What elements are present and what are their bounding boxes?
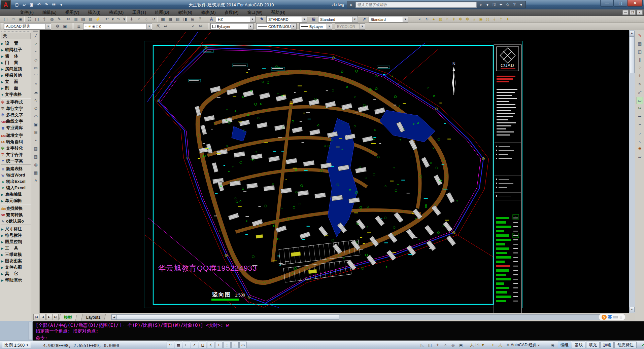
sidebar-item-10[interactable]: 字文字样式 (1, 99, 31, 106)
ducs-toggle[interactable]: ⊹ (223, 342, 231, 348)
key-icon[interactable]: ⚿ (491, 2, 498, 8)
layer-unlock-icon[interactable]: ◎ (484, 16, 491, 23)
stretch-icon[interactable]: ▭ (637, 97, 643, 104)
sidebar-item-11[interactable]: 字单行文字 (1, 106, 31, 112)
sidebar-item-2[interactable]: ▶轴网柱子 (1, 47, 31, 53)
tab-model[interactable]: 模型 (59, 314, 77, 321)
lineweight-drop-icon[interactable]: ▼ (327, 24, 332, 29)
layer-drop-icon[interactable]: ▼ (146, 24, 151, 29)
autocad-logo[interactable]: A (1, 0, 11, 9)
sogou-icon[interactable]: S (602, 315, 607, 320)
make-block-icon[interactable]: ⊞ (33, 129, 39, 137)
redo-icon[interactable]: ↷ (115, 16, 122, 23)
layer-towalk-icon[interactable]: ⇣ (490, 16, 498, 23)
drawing-canvas[interactable]: N华云旭教育QQ群195224933竖向图1:500CUAD (40, 30, 629, 313)
revcloud-icon[interactable]: ☁ (33, 89, 39, 96)
workspace-save-icon[interactable]: ▣ (61, 23, 69, 30)
layer-previous-icon[interactable]: ↩ (162, 23, 169, 30)
copy-clip-icon[interactable]: ▥ (72, 16, 79, 23)
rectangle-icon[interactable]: ▭ (33, 65, 39, 72)
sidebar-item-30[interactable]: ▶符号标注 (1, 232, 31, 239)
xline-icon[interactable]: ↗ (33, 40, 39, 48)
search-input[interactable] (355, 2, 477, 8)
zoom-previous-icon[interactable]: ↺ (150, 16, 158, 23)
menu-item-6[interactable]: 工具(T) (128, 9, 150, 16)
quickcalc-icon[interactable]: ⊞ (189, 16, 196, 23)
chevron-right-icon[interactable]: ▶ (1, 42, 4, 45)
zoom-icon[interactable]: ○ (442, 342, 449, 348)
sidebar-item-4[interactable]: ▶门 窗 (1, 60, 31, 66)
sidebar-item-6[interactable]: ▶楼梯其他 (1, 72, 31, 79)
showmotion-icon[interactable]: ▣ (457, 342, 465, 348)
chevron-right-icon[interactable]: ▶ (1, 48, 4, 52)
toolbar-lock-icon[interactable]: ◉ (549, 342, 556, 348)
menu-item-4[interactable]: 插入(I) (83, 9, 105, 16)
chevron-right-icon[interactable]: ▶ (1, 228, 4, 231)
sidebar-item-34[interactable]: ▶图块图案 (1, 258, 31, 264)
sidebar-item-23[interactable]: X读入Excel (1, 185, 31, 191)
menu-item-8[interactable]: 标注(N) (174, 9, 197, 16)
redo-icon[interactable]: ↷ (43, 2, 50, 8)
plot-icon[interactable]: ☷ (26, 16, 33, 23)
status-button-基线[interactable]: 基线 (572, 342, 585, 348)
annotation-auto-icon[interactable]: 人 (497, 342, 504, 348)
annotation-visibility-icon[interactable]: ✦ (489, 342, 497, 348)
status-button-编组[interactable]: 编组 (558, 342, 571, 348)
make-object-layer-current-icon[interactable]: ⇱ (155, 23, 162, 30)
sidebar-item-3[interactable]: ▶墙 体 (1, 53, 31, 60)
menu-item-5[interactable]: 格式(O) (105, 9, 128, 16)
layer-unisolate-icon[interactable]: ↻ (423, 16, 431, 23)
fillet-icon[interactable]: ◟ (637, 137, 643, 145)
line-icon[interactable]: ╱ (33, 32, 39, 40)
hatch-icon[interactable]: ▨ (33, 145, 39, 153)
search-icon[interactable]: ⌕ (477, 2, 484, 8)
favorites-star-icon[interactable]: ☆ (504, 2, 511, 8)
help2-icon[interactable]: ? (196, 16, 204, 23)
chevron-right-icon[interactable]: ▶ (1, 247, 4, 250)
panel-grip[interactable] (1, 31, 30, 32)
osnap3d-toggle[interactable]: ∡ (207, 342, 214, 348)
chevron-right-icon[interactable]: ▶ (1, 80, 4, 84)
help-icon[interactable]: ? (511, 2, 518, 8)
menu-item-1[interactable]: 文件(F) (15, 9, 38, 16)
chevron-right-icon[interactable]: ▶ (1, 55, 4, 58)
pan-icon[interactable]: ✛ (434, 342, 441, 348)
layer-walk-icon[interactable]: ⇡ (497, 16, 505, 23)
tab-prev-button[interactable]: ◀ (40, 314, 46, 320)
layer-lock-icon[interactable]: ◉ (477, 16, 484, 23)
scale-icon[interactable]: ⤢ (637, 89, 643, 96)
layer-sun-icon[interactable]: ☼ (470, 16, 478, 23)
publish-icon[interactable]: ⇪ (41, 16, 48, 23)
paste-icon[interactable]: ▨ (79, 16, 87, 23)
sidebar-item-26[interactable]: abc查找替换 (1, 205, 31, 212)
mleader-style-icon[interactable]: ↗ (361, 16, 368, 23)
chevron-right-icon[interactable]: ▶ (1, 279, 4, 282)
qnew-icon[interactable]: ▢ (2, 16, 9, 23)
chevron-right-icon[interactable]: ▶ (1, 240, 4, 244)
cut-icon[interactable]: ✂ (65, 16, 72, 23)
plot-preview-icon[interactable]: ◫ (33, 16, 41, 23)
tab-first-button[interactable]: |◀ (33, 314, 39, 320)
minimize-button[interactable]: — (600, 0, 614, 7)
menu-item-2[interactable]: 编辑(E) (38, 9, 61, 16)
extend-icon[interactable]: ⇥ (637, 113, 643, 120)
workspace-combo[interactable]: AutoCAD 经典▼ (4, 23, 51, 30)
scroll-up-button[interactable]: ▲ (629, 31, 635, 36)
sidebar-item-25[interactable]: ▶单元编辑 (1, 198, 31, 204)
redo-drop-icon[interactable]: ▾ (122, 16, 126, 23)
steering-wheel-icon[interactable]: ◎ (449, 342, 457, 348)
linetype-combo[interactable]: CONTINUOUS▼ (256, 23, 297, 30)
ellipse-icon[interactable]: ⊙ (33, 105, 39, 112)
zoom-realtime-icon[interactable]: ○ (135, 16, 143, 23)
ellipse-arc-icon[interactable]: ◠ (33, 113, 39, 120)
sidebar-item-36[interactable]: ▶其 它 (1, 271, 31, 277)
undo-icon[interactable]: ↶ (36, 2, 42, 8)
workspace-drop-icon[interactable]: ▼ (537, 344, 540, 347)
sidebar-item-15[interactable]: 123递增文字 (1, 132, 31, 139)
zoom-window-icon[interactable]: ◌ (143, 16, 150, 23)
sidebar-item-28[interactable]: ✎o默认层o (1, 218, 31, 225)
scale-drop-icon[interactable]: ▼ (26, 344, 29, 347)
lineweight-combo[interactable]: ByLayer▼ (299, 23, 332, 30)
layer-thaw-icon[interactable]: ❆ (464, 16, 471, 23)
sidebar-item-24[interactable]: ▶表格编辑 (1, 191, 31, 198)
